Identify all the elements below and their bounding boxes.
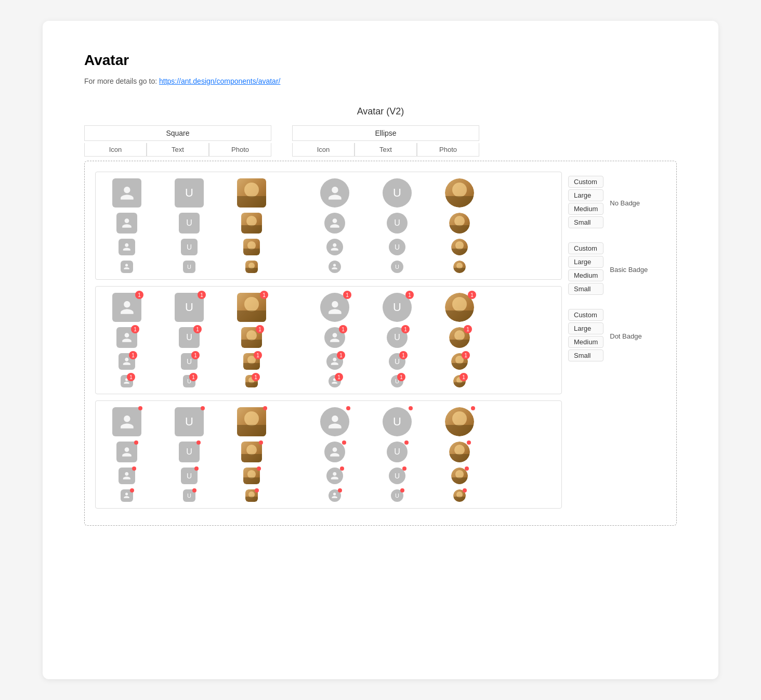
avatar-sq-icon-sm-nb	[121, 261, 133, 273]
no-badge-section: U U	[95, 172, 562, 280]
avatar-el-photo-sm-nb	[453, 261, 466, 273]
avatar-sq-icon-cust-db	[112, 407, 141, 436]
dot-badge-custom-label: Custom	[568, 309, 603, 321]
badge-dot-el-photo-lg-db	[467, 440, 471, 445]
dot-badge-small-label: Small	[568, 349, 603, 361]
avatar-table-wrapper: U U	[84, 161, 677, 526]
avatar-el-photo-lg-db	[449, 442, 470, 462]
badge-dot-sq-text-cust-db	[201, 406, 205, 410]
bw-sq-icon-cust-bb: 1	[112, 293, 141, 322]
bw-el-text-cust-bb: U 1	[383, 293, 412, 322]
badge-dot-el-photo-cust-db	[471, 406, 475, 410]
no-badge-custom-row: U U	[96, 178, 561, 208]
badge-dot-sq-photo-cust-db	[263, 406, 267, 410]
avatar-el-text-custom: U	[383, 178, 412, 208]
no-badge-medium-row: U U	[96, 239, 561, 255]
header-gap	[271, 125, 292, 141]
el-photo-custom-nobadge	[428, 178, 491, 208]
basic-badge-label: Basic Badge	[610, 266, 648, 274]
badge-sq-text-lg-bb: 1	[193, 325, 202, 333]
badge-sq-icon-med-bb: 1	[129, 351, 137, 359]
no-badge-large-label: Large	[568, 189, 603, 201]
basic-badge-large-row: 1 U 1 1	[96, 327, 561, 348]
basic-badge-custom-row: 1 U 1 1	[96, 293, 561, 322]
badge-el-text-lg-bb: 1	[401, 325, 410, 333]
bw-sq-photo-cust-bb: 1	[237, 293, 266, 322]
badge-dot-sq-photo-med-db	[257, 466, 261, 471]
no-badge-small-label: Small	[568, 216, 603, 228]
no-badge-custom-label: Custom	[568, 176, 603, 188]
badge-el-icon-med-bb: 1	[337, 351, 345, 359]
side-labels: Custom Large Medium Small No Badge Custo…	[562, 172, 666, 515]
dot-badge-large-label: Large	[568, 322, 603, 334]
badge-dot-el-photo-sm-db	[463, 488, 467, 492]
basic-badge-custom-label: Custom	[568, 242, 603, 254]
basic-badge-side: Custom Large Medium Small Basic Badge	[568, 234, 666, 296]
ellipse-header: Ellipse	[292, 125, 479, 141]
badge-el-photo-sm-bb: 1	[460, 373, 468, 381]
sq-photo-custom-nobadge	[220, 178, 283, 208]
badge-dot-el-photo-med-db	[465, 466, 469, 471]
basic-badge-small-row: 1 U 1 1	[96, 375, 561, 387]
badge-el-text-sm-bb: 1	[397, 373, 405, 381]
no-badge-small-row: U U	[96, 261, 561, 273]
badge-el-photo-med-bb: 1	[462, 351, 470, 359]
no-badge-size-labels: Custom Large Medium Small	[568, 176, 603, 230]
avatar-sq-text-sm-nb: U	[183, 261, 195, 273]
avatar-el-icon-lg-db	[324, 442, 345, 462]
avatar-el-icon-sm-nb	[329, 261, 341, 273]
avatar-el-photo-med-nb	[451, 239, 468, 255]
badge-dot-sq-text-med-db	[194, 466, 199, 471]
avatar-el-icon-custom	[320, 178, 349, 208]
header-row: Square Ellipse	[84, 125, 677, 141]
avatar-sq-text-med-nb: U	[181, 239, 198, 255]
badge-dot-el-icon-cust-db	[346, 406, 350, 410]
no-badge-label: No Badge	[610, 199, 640, 207]
no-badge-large-row: U U	[96, 213, 561, 234]
badge-el-icon-cust-bb: 1	[343, 291, 351, 299]
dot-badge-label: Dot Badge	[610, 332, 641, 340]
badge-sq-icon-sm-bb: 1	[127, 373, 135, 381]
dot-badge-section: U	[95, 400, 562, 509]
badge-dot-el-icon-med-db	[340, 466, 344, 471]
avatar-sq-text-lg-db: U	[179, 442, 200, 462]
avatar-sq-photo-cust-db	[237, 407, 266, 436]
badge-el-photo-lg-bb: 1	[464, 325, 472, 333]
badge-dot-sq-photo-sm-db	[255, 488, 259, 492]
badge-dot-sq-text-sm-db	[192, 488, 196, 492]
avatar-el-text-cust-db: U	[383, 407, 412, 436]
badge-sq-icon-lg-bb: 1	[131, 325, 139, 333]
badge-sq-photo-cust-bb: 1	[260, 291, 268, 299]
page-title: Avatar	[84, 52, 677, 69]
subtitle-link[interactable]: https://ant.design/components/avatar/	[159, 77, 280, 85]
subtitle-prefix: For more details go to:	[84, 77, 159, 85]
badge-dot-sq-photo-lg-db	[259, 440, 263, 445]
dot-badge-small-row: U	[96, 489, 561, 502]
avatar-el-text-large-nb: U	[387, 213, 408, 234]
subheader-row: Icon Text Photo Icon Text Photo	[84, 143, 677, 157]
dot-badge-medium-row: U	[96, 468, 561, 484]
avatar-sq-icon-med-nb	[119, 239, 135, 255]
avatar-sq-photo-lg-db	[241, 442, 262, 462]
badge-el-icon-sm-bb: 1	[335, 373, 343, 381]
badge-sq-text-cust-bb: 1	[198, 291, 206, 299]
sq-photo-header: Photo	[209, 143, 271, 157]
avatar-sq-text-cust-db: U	[175, 407, 204, 436]
dot-badge-size-labels: Custom Large Medium Small	[568, 309, 603, 363]
el-photo-header: Photo	[417, 143, 479, 157]
badge-sq-icon-cust-bb: 1	[135, 291, 143, 299]
el-icon-header: Icon	[292, 143, 355, 157]
basic-badge-section: 1 U 1 1	[95, 286, 562, 394]
no-badge-medium-label: Medium	[568, 203, 603, 215]
page-container: Avatar For more details go to: https://a…	[43, 21, 718, 679]
avatar-el-text-lg-db: U	[387, 442, 408, 462]
badge-el-icon-lg-bb: 1	[339, 325, 347, 333]
badge-sq-photo-lg-bb: 1	[256, 325, 264, 333]
avatar-el-text-med-nb: U	[389, 239, 405, 255]
basic-badge-medium-row: 1 U 1 1	[96, 353, 561, 370]
bw-el-icon-cust-bb: 1	[320, 293, 349, 322]
badge-dot-el-text-lg-db	[404, 440, 409, 445]
dot-badge-large-row: U	[96, 442, 561, 462]
avatar-el-icon-med-nb	[326, 239, 343, 255]
dot-badge-side: Custom Large Medium Small Dot Badge	[568, 301, 666, 363]
